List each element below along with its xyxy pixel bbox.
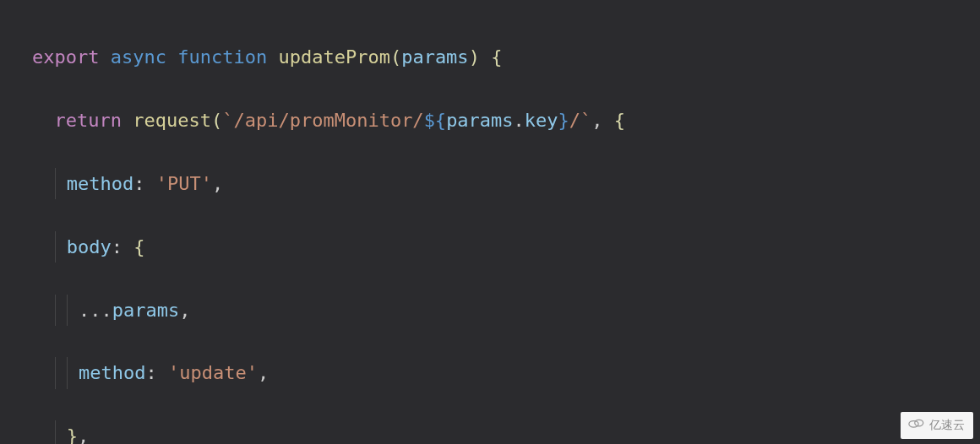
tmpl-prop: key: [525, 110, 558, 131]
code-line: method: 'PUT',: [32, 168, 980, 199]
fn-name: updateProm: [278, 46, 389, 68]
tmpl-expr-open: ${: [424, 110, 447, 131]
kw-async: async: [111, 46, 166, 68]
code-line: ...params,: [32, 295, 980, 326]
svg-point-1: [915, 420, 923, 426]
watermark-text: 亿速云: [929, 415, 965, 436]
code-line: method: 'update',: [32, 357, 980, 388]
code-editor[interactable]: export async function updateProm(params)…: [0, 0, 980, 444]
kw-function: function: [177, 46, 267, 68]
prop-method: method: [67, 173, 133, 194]
inner-method: method: [79, 362, 145, 383]
tmpl-open: `/api/promMonitor/: [222, 110, 423, 131]
code-line: body: {: [32, 231, 980, 263]
watermark: 亿速云: [901, 412, 973, 439]
code-line: return request(`/api/promMonitor/${param…: [32, 105, 980, 136]
cloud-icon: [907, 415, 924, 436]
code-line: },: [32, 420, 980, 444]
spread: ...: [79, 300, 112, 321]
val-put: 'PUT': [156, 173, 212, 194]
call-request: request: [133, 110, 211, 131]
prop-body: body: [67, 236, 112, 257]
param: params: [401, 46, 468, 68]
tmpl-obj: params: [446, 110, 513, 131]
kw-export: export: [32, 46, 99, 68]
spread-id: params: [112, 300, 179, 321]
val-update: 'update': [168, 362, 258, 383]
code-line: export async function updateProm(params)…: [32, 41, 980, 73]
kw-return: return: [55, 110, 122, 131]
tmpl-close: /`: [569, 110, 592, 131]
tmpl-expr-close: }: [558, 110, 569, 131]
